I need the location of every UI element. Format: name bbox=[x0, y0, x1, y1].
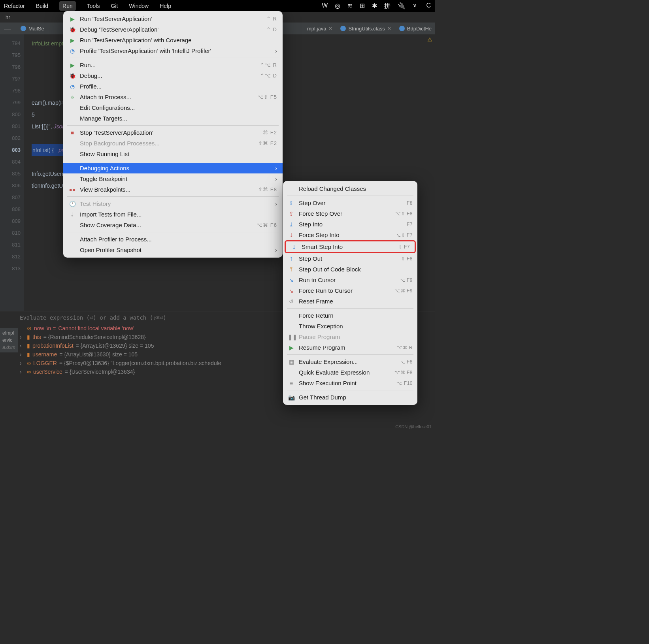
line-number[interactable]: 811 bbox=[0, 239, 21, 251]
menu-item[interactable]: Stop Background Processes...⇧⌘ F2 bbox=[63, 138, 283, 149]
line-number[interactable]: 795 bbox=[0, 49, 21, 61]
menu-item[interactable]: ▶Run...⌃⌥ R bbox=[63, 60, 283, 70]
expand-icon[interactable]: › bbox=[20, 343, 25, 349]
menu-item[interactable]: ■Stop 'TestServerApplication'⌘ F2 bbox=[63, 127, 283, 138]
submenu-item[interactable]: ⇪Step OverF8 bbox=[283, 198, 417, 208]
line-number[interactable]: 798 bbox=[0, 85, 21, 97]
editor-tab[interactable]: StringUtils.class✕ bbox=[337, 24, 394, 33]
expand-icon[interactable]: › bbox=[20, 334, 25, 340]
menu-item[interactable]: ▶Run 'TestServerApplication' with Covera… bbox=[63, 35, 283, 45]
submenu-item[interactable]: Throw Exception bbox=[283, 321, 417, 331]
action-icon: ⇪ bbox=[288, 211, 295, 217]
shortcut: ⌃ D bbox=[266, 26, 277, 32]
menu-build[interactable]: Build bbox=[36, 3, 48, 9]
line-number[interactable]: 794 bbox=[0, 38, 21, 49]
submenu-item[interactable]: ▶Resume Program⌥⌘ R bbox=[283, 342, 417, 353]
tray-icon[interactable]: ⊞ bbox=[360, 2, 365, 10]
line-number[interactable]: 808 bbox=[0, 203, 21, 215]
submenu-item[interactable]: ⤒Step Out⇧ F8 bbox=[283, 253, 417, 264]
shortcut: F8 bbox=[407, 200, 413, 206]
line-number[interactable]: 801 bbox=[0, 121, 21, 132]
menu-item[interactable]: Attach Profiler to Process... bbox=[63, 234, 283, 245]
submenu-item[interactable]: ❚❚Pause Program bbox=[283, 331, 417, 342]
menu-item[interactable]: 🐞Debug 'TestServerApplication'⌃ D bbox=[63, 24, 283, 35]
line-number[interactable]: 796 bbox=[0, 61, 21, 73]
editor-tab[interactable]: BdpDictHe bbox=[396, 24, 435, 33]
menu-icon: ●● bbox=[69, 186, 76, 193]
submenu-item[interactable]: ≡Show Execution Point⌥ F10 bbox=[283, 378, 417, 388]
menu-help[interactable]: Help bbox=[160, 3, 171, 9]
submenu-arrow-icon: › bbox=[275, 200, 277, 207]
menu-item[interactable]: Show Coverage Data...⌥⌘ F6 bbox=[63, 220, 283, 230]
line-number[interactable]: 804 bbox=[0, 156, 21, 168]
line-number[interactable]: 802 bbox=[0, 132, 21, 144]
line-number[interactable]: 807 bbox=[0, 192, 21, 203]
editor-tab[interactable]: MailSe bbox=[17, 24, 47, 33]
battery-icon[interactable]: 🔌 bbox=[398, 2, 406, 10]
menu-tools[interactable]: Tools bbox=[87, 3, 100, 9]
menu-item[interactable]: ⭳Import Tests from File... bbox=[63, 209, 283, 220]
shortcut: ⌥ F10 bbox=[396, 380, 413, 386]
line-number[interactable]: 803 bbox=[0, 144, 21, 156]
menu-item[interactable]: Debugging Actions› bbox=[63, 163, 283, 173]
collapse-icon[interactable]: — bbox=[4, 24, 11, 33]
menu-item[interactable]: 🕘Test History› bbox=[63, 198, 283, 209]
line-number[interactable]: 797 bbox=[0, 73, 21, 85]
tray-icon[interactable]: W bbox=[322, 2, 328, 10]
action-label: Force Step Into bbox=[299, 232, 391, 238]
menu-icon: 🐞 bbox=[69, 73, 76, 79]
menu-item[interactable]: 🐞Debug...⌃⌥ D bbox=[63, 70, 283, 81]
expand-icon[interactable]: › bbox=[20, 369, 25, 375]
expand-icon[interactable]: › bbox=[20, 351, 25, 358]
menu-item[interactable]: ●●View Breakpoints...⇧⌘ F8 bbox=[63, 184, 283, 195]
submenu-item[interactable]: ⤓Step IntoF7 bbox=[283, 219, 417, 230]
close-icon[interactable]: ✕ bbox=[387, 26, 391, 31]
expand-icon[interactable]: › bbox=[20, 360, 25, 366]
submenu-item[interactable]: 📷Get Thread Dump bbox=[283, 392, 417, 403]
line-number[interactable]: 805 bbox=[0, 168, 21, 180]
menu-git[interactable]: Git bbox=[111, 3, 118, 9]
line-number[interactable]: 813 bbox=[0, 263, 21, 275]
menu-item[interactable]: Toggle Breakpoint› bbox=[63, 173, 283, 184]
submenu-item[interactable]: ⤓Force Step Into⌥⇧ F7 bbox=[283, 230, 417, 240]
submenu-item[interactable]: ⤓Smart Step Into⇧ F7 bbox=[286, 241, 415, 252]
menu-item[interactable]: Show Running List bbox=[63, 149, 283, 159]
input-icon[interactable]: 拼 bbox=[384, 2, 391, 10]
tray-icon[interactable]: ◎ bbox=[335, 2, 340, 10]
submenu-item[interactable]: ⤒Step Out of Code Block bbox=[283, 264, 417, 275]
tray-icon[interactable]: ≋ bbox=[347, 2, 353, 10]
line-gutter[interactable]: 7947957967977987998008018028038048058068… bbox=[0, 34, 24, 311]
submenu-item[interactable]: ↘Force Run to Cursor⌥⌘ F9 bbox=[283, 285, 417, 296]
menu-refactor[interactable]: Refactor bbox=[4, 3, 25, 9]
wifi-icon[interactable]: ᯤ bbox=[413, 2, 419, 10]
submenu-item[interactable]: Reload Changed Classes bbox=[283, 183, 417, 194]
menu-item[interactable]: Open Profiler Snapshot› bbox=[63, 245, 283, 255]
menu-item[interactable]: ⎆Attach to Process...⌥⇧ F5 bbox=[63, 92, 283, 102]
menu-item[interactable]: Manage Targets... bbox=[63, 113, 283, 124]
submenu-item[interactable]: ⇪Force Step Over⌥⇧ F8 bbox=[283, 208, 417, 219]
tray-icon[interactable]: C bbox=[426, 2, 431, 10]
submenu-item[interactable]: ↘Run to Cursor⌥ F9 bbox=[283, 275, 417, 285]
close-icon[interactable]: ✕ bbox=[328, 26, 332, 31]
line-number[interactable]: 812 bbox=[0, 251, 21, 263]
action-label: Force Run to Cursor bbox=[299, 287, 391, 294]
menu-item[interactable]: ▶Run 'TestServerApplication'⌃ R bbox=[63, 13, 283, 24]
submenu-item[interactable]: Quick Evaluate Expression⌥⌘ F8 bbox=[283, 367, 417, 378]
warning-icon[interactable]: ⚠ bbox=[427, 36, 432, 43]
line-number[interactable]: 799 bbox=[0, 97, 21, 109]
submenu-item[interactable]: ▦Evaluate Expression...⌥ F8 bbox=[283, 356, 417, 367]
menu-item[interactable]: ◔Profile... bbox=[63, 81, 283, 92]
menu-run[interactable]: Run bbox=[59, 1, 76, 11]
menu-item[interactable]: ◔Profile 'TestServerApplication' with 'I… bbox=[63, 45, 283, 56]
submenu-item[interactable]: ↺Reset Frame bbox=[283, 296, 417, 307]
menu-item[interactable]: Edit Configurations... bbox=[63, 102, 283, 113]
editor-tab[interactable]: mpl.java✕ bbox=[304, 24, 336, 33]
line-number[interactable]: 806 bbox=[0, 180, 21, 192]
line-number[interactable]: 809 bbox=[0, 215, 21, 227]
submenu-item[interactable]: Force Return bbox=[283, 310, 417, 321]
bluetooth-icon[interactable]: ✱ bbox=[372, 2, 377, 10]
line-number[interactable]: 800 bbox=[0, 109, 21, 121]
menu-label: Manage Targets... bbox=[80, 115, 273, 122]
menu-window[interactable]: Window bbox=[129, 3, 149, 9]
line-number[interactable]: 810 bbox=[0, 227, 21, 239]
